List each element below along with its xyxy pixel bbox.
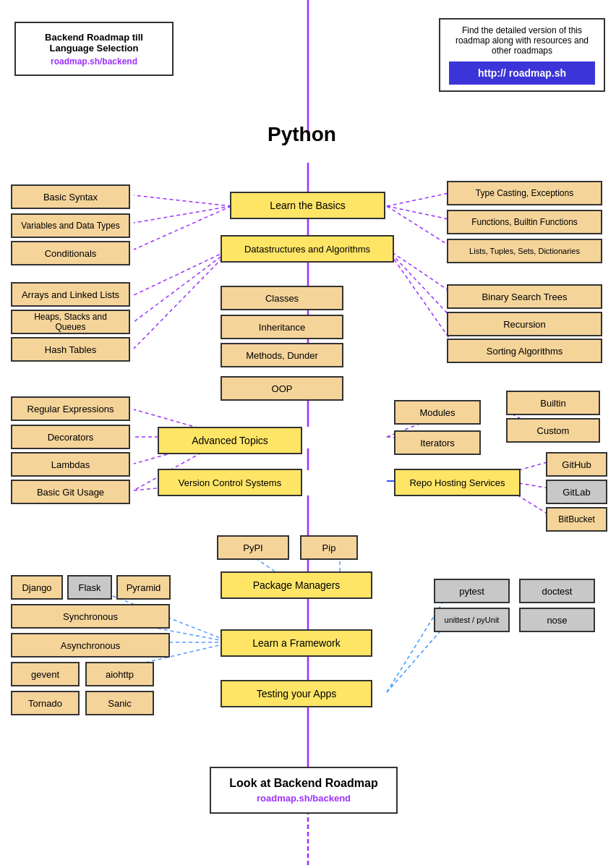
roadmap-url-button[interactable]: http:// roadmap.sh — [449, 61, 595, 85]
footer-box: Look at Backend Roadmap roadmap.sh/backe… — [210, 767, 398, 814]
svg-line-12 — [134, 195, 231, 206]
sanic-box: Sanic — [85, 691, 154, 715]
svg-line-22 — [387, 249, 455, 322]
custom-box: Custom — [506, 418, 600, 443]
unittest-box: unittest / pyUnit — [434, 608, 510, 632]
header-link[interactable]: roadmap.sh/backend — [22, 56, 166, 67]
learn-framework-box[interactable]: Learn a Framework — [221, 629, 372, 657]
svg-line-17 — [387, 206, 455, 250]
bitbucket-box: BitBucket — [546, 507, 607, 532]
learn-basics-box[interactable]: Learn the Basics — [230, 192, 385, 219]
flask-box: Flask — [67, 575, 112, 600]
ds-algo-box[interactable]: Datastructures and Algorithms — [221, 235, 394, 263]
header-title: Backend Roadmap till Language Selection — [22, 32, 166, 54]
package-managers-box[interactable]: Package Managers — [221, 571, 372, 599]
iterators-box: Iterators — [394, 430, 481, 455]
svg-line-20 — [134, 249, 231, 349]
svg-line-19 — [134, 249, 231, 322]
repo-hosting-box[interactable]: Repo Hosting Services — [394, 469, 521, 496]
builtin-box: Builtin — [506, 391, 600, 415]
svg-line-44 — [387, 622, 448, 692]
tornado-box: Tornado — [11, 691, 80, 715]
type-casting-box: Type Casting, Exceptions — [447, 181, 602, 205]
footer-link[interactable]: roadmap.sh/backend — [229, 793, 377, 804]
pypi-box: PyPI — [217, 535, 289, 560]
svg-line-16 — [387, 206, 455, 221]
oop-box: OOP — [221, 376, 343, 401]
roadmap-container: Backend Roadmap till Language Selection … — [0, 0, 616, 868]
lists-box: Lists, Tuples, Sets, Dictionaries — [447, 239, 602, 263]
functions-box: Functions, Builtin Functions — [447, 210, 602, 234]
advanced-topics-box[interactable]: Advanced Topics — [158, 427, 302, 454]
svg-line-21 — [387, 249, 455, 295]
pip-box: Pip — [300, 535, 358, 560]
classes-box: Classes — [221, 286, 343, 310]
synchronous-box: Synchronous — [11, 604, 170, 629]
variables-box: Variables and Data Types — [11, 213, 130, 238]
modules-box: Modules — [394, 400, 481, 425]
basic-git-box: Basic Git Usage — [11, 480, 130, 504]
arrays-box: Arrays and Linked Lists — [11, 282, 130, 307]
hash-tables-box: Hash Tables — [11, 337, 130, 362]
inheritance-box: Inheritance — [221, 315, 343, 339]
svg-line-13 — [134, 206, 231, 223]
testing-box[interactable]: Testing your Apps — [221, 680, 372, 707]
header-title-box: Backend Roadmap till Language Selection … — [14, 22, 174, 76]
lambdas-box: Lambdas — [11, 452, 130, 477]
svg-line-15 — [387, 192, 455, 206]
info-box: Find the detailed version of this roadma… — [439, 18, 605, 92]
basic-syntax-box: Basic Syntax — [11, 184, 130, 209]
svg-line-14 — [134, 206, 231, 250]
footer-title: Look at Backend Roadmap — [229, 777, 377, 790]
github-box: GitHub — [546, 452, 607, 477]
gevent-box: gevent — [11, 662, 80, 686]
pytest-box: pytest — [434, 579, 510, 603]
sorting-box: Sorting Algorithms — [447, 339, 602, 363]
python-title: Python — [268, 123, 336, 146]
decorators-box: Decorators — [11, 425, 130, 449]
aiohttp-box: aiohttp — [85, 662, 154, 686]
asynchronous-box: Asynchronous — [11, 633, 170, 658]
svg-line-18 — [134, 249, 231, 295]
pyramid-box: Pyramid — [116, 575, 171, 600]
heaps-box: Heaps, Stacks and Queues — [11, 310, 130, 334]
svg-line-23 — [387, 249, 455, 347]
doctest-box: doctest — [519, 579, 595, 603]
methods-box: Methods, Dunder — [221, 343, 343, 367]
info-text: Find the detailed version of this roadma… — [449, 25, 595, 56]
version-control-box[interactable]: Version Control Systems — [158, 469, 302, 496]
nose-box: nose — [519, 608, 595, 632]
conditionals-box: Conditionals — [11, 241, 130, 265]
gitlab-box: GitLab — [546, 480, 607, 504]
regular-expr-box: Regular Expressions — [11, 396, 130, 421]
binary-search-box: Binary Search Trees — [447, 284, 602, 309]
django-box: Django — [11, 575, 63, 600]
recursion-box: Recursion — [447, 312, 602, 336]
